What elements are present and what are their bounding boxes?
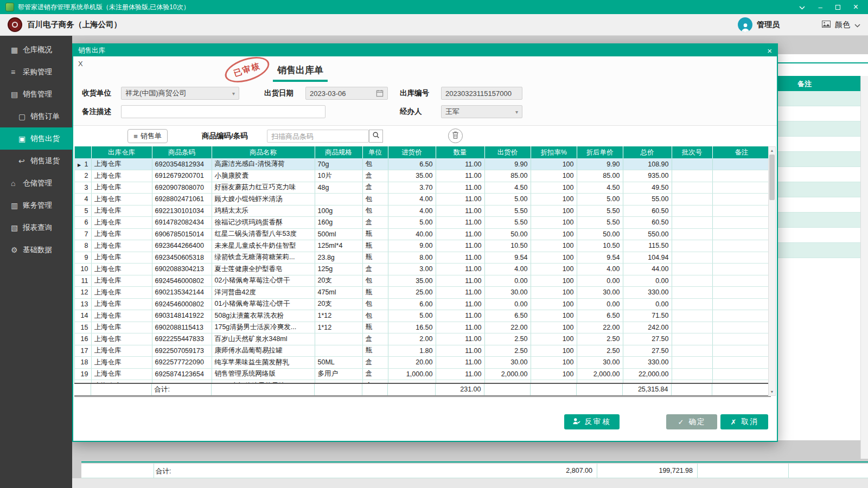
check-icon: ✓ xyxy=(678,418,685,426)
maximize-button[interactable] xyxy=(835,4,840,11)
search-button[interactable] xyxy=(369,130,383,143)
remark-field[interactable] xyxy=(121,105,326,118)
inner-close-button[interactable]: X xyxy=(78,60,83,68)
col-12[interactable]: 备注 xyxy=(712,146,770,158)
color-selector[interactable]: 颜色 xyxy=(835,20,850,30)
dialog-titlebar: 销售出库 × xyxy=(73,44,777,56)
table-row[interactable]: 6上海仓库6914782082434徐福记沙琪玛鸡蛋香酥160g盒5.0011.… xyxy=(75,217,770,229)
table-row[interactable]: 10上海仓库6902088304213夏士莲健康全护型香皂125g盒3.0011… xyxy=(75,264,770,275)
sidebar-item-base-data[interactable]: ⚙基础数据 xyxy=(0,239,72,261)
scan-input[interactable] xyxy=(271,132,365,140)
col-2[interactable]: 商品名称 xyxy=(212,146,315,158)
ship-date-field[interactable]: 2023-03-06 xyxy=(305,87,388,100)
user-avatar[interactable] xyxy=(738,17,752,32)
col-7[interactable]: 出货价 xyxy=(484,146,531,158)
remark-label: 备注描述 xyxy=(82,105,111,118)
table-row[interactable]: 12上海仓库6902135342144洋河普曲42度475ml瓶25.0011.… xyxy=(75,287,770,299)
warehouse-overview-icon: ▦ xyxy=(11,46,23,54)
confirm-button[interactable]: ✓ 确定 xyxy=(666,414,717,429)
table-row[interactable]: 3上海仓库6920907808070好丽友蘑菇力红豆巧克力味48g盒3.7011… xyxy=(75,182,770,194)
col-1[interactable]: 商品条码 xyxy=(152,146,212,158)
table-row[interactable]: 9上海仓库6923450605318绿箭铁盒无糖薄荷糖茉莉...23.8g瓶8.… xyxy=(75,252,770,264)
sidebar-item-purchase-mgmt[interactable]: ≡采购管理 xyxy=(0,61,72,83)
app-logo-icon xyxy=(5,3,14,11)
sidebar: ▦仓库概况≡采购管理▤销售管理▢销售订单▣销售出货↩销售退货⌂仓储管理▥账务管理… xyxy=(0,36,72,488)
remark-input[interactable] xyxy=(125,108,321,116)
sidebar-item-sales-return[interactable]: ↩销售退货 xyxy=(0,150,72,172)
table-row[interactable]: 2上海仓库6912679200701小脑康胶囊10片盒35.0011.0085.… xyxy=(75,170,770,182)
table-total-row: 合计: 231.00 25,315.84 xyxy=(74,383,770,397)
col-5[interactable]: 进货价 xyxy=(388,146,436,158)
receiver-select[interactable]: 祥龙(中国)商贸公司 ▾ xyxy=(121,87,239,100)
background-scrollbar[interactable] xyxy=(860,76,868,459)
table-row[interactable]: 18上海仓库6922577722090纯享苹果味益生菌发酵乳50ML盒20.00… xyxy=(75,357,770,369)
background-note-column-header: 备注 xyxy=(797,79,812,89)
table-row[interactable]: 5上海仓库6922130101034鸡精太太乐100g包4.0011.005.5… xyxy=(75,205,770,217)
sales-order-button[interactable]: ≡ 销售单 xyxy=(127,129,168,143)
close-button[interactable]: × xyxy=(853,3,858,11)
handler-chevron-down-icon: ▾ xyxy=(515,109,518,115)
col-9[interactable]: 折后单价 xyxy=(577,146,623,158)
table-row[interactable]: 17上海仓库6922507059173康师傅水晶葡萄易拉罐瓶1.8011.002… xyxy=(75,345,770,357)
sidebar-item-sales-shipment[interactable]: ▣销售出货 xyxy=(0,127,72,150)
search-icon xyxy=(372,131,380,141)
table-row[interactable]: 11上海仓库692454600080202小猪佩奇草莓注心饼干20支包35.00… xyxy=(75,275,770,287)
scan-field xyxy=(267,130,369,143)
storage-mgmt-icon: ⌂ xyxy=(11,179,23,188)
sales-return-icon: ↩ xyxy=(18,157,30,165)
col-6[interactable]: 数量 xyxy=(436,146,484,158)
scroll-down-icon[interactable]: ▼ xyxy=(769,388,775,395)
col-8[interactable]: 折扣率% xyxy=(531,146,577,158)
table-row[interactable]: 4上海仓库6928802471061顾大嫂小馄饨虾米清汤包4.0011.005.… xyxy=(75,194,770,206)
total-label: 合计: xyxy=(151,383,211,396)
table-row[interactable]: 19上海仓库6925874123654销售管理系统网络版多用户盒1,000.00… xyxy=(75,368,770,380)
base-data-icon: ⚙ xyxy=(11,246,23,254)
sidebar-item-storage-mgmt[interactable]: ⌂仓储管理 xyxy=(0,172,72,194)
sidebar-item-report-query[interactable]: ▧报表查询 xyxy=(0,216,72,239)
handler-select[interactable]: 王军 ▾ xyxy=(441,105,522,118)
purchase-mgmt-icon: ≡ xyxy=(11,68,23,76)
table-row[interactable]: ▶1上海仓库6920354812934高露洁光感白-清悦薄荷70g包6.5011… xyxy=(75,158,770,170)
table-row[interactable]: 8上海仓库6923644266400未来星儿童成长牛奶佳智型125ml*4瓶9.… xyxy=(75,240,770,252)
sidebar-item-account-mgmt[interactable]: ▥账务管理 xyxy=(0,194,72,216)
sidebar-item-warehouse-overview[interactable]: ▦仓库概况 xyxy=(0,38,72,61)
company-logo-icon xyxy=(8,17,22,32)
total-qty: 231.00 xyxy=(435,383,484,396)
trash-icon xyxy=(452,131,459,141)
table-row[interactable]: 16上海仓库6922255447833百岁山天然矿泉水348ml盒2.0011.… xyxy=(75,333,770,345)
outbound-no-field[interactable]: 20230323115157000 xyxy=(441,87,522,100)
image-icon xyxy=(822,20,831,30)
table-scrollbar[interactable]: ▲ ▼ xyxy=(768,146,776,396)
titlebar: 帮管家进销存管理系统单机版（未注册体验版,已体验10次） – × xyxy=(0,0,868,14)
calendar-icon[interactable] xyxy=(376,89,384,97)
account-mgmt-icon: ▥ xyxy=(11,201,23,210)
chevron-down-icon[interactable] xyxy=(799,4,805,11)
outbound-no-label: 出库编号 xyxy=(400,87,429,100)
table-row[interactable]: 15上海仓库6902088115413175g清扬男士活炭冷爽发...1*12瓶… xyxy=(75,322,770,333)
col-0[interactable]: 出库仓库 xyxy=(91,146,152,158)
user-name[interactable]: 管理员 xyxy=(757,20,780,30)
handler-label: 经办人 xyxy=(400,105,422,118)
col-3[interactable]: 商品规格 xyxy=(315,146,362,158)
receiver-chevron-down-icon: ▾ xyxy=(232,91,235,97)
cancel-button[interactable]: ✗ 取消 xyxy=(720,414,768,429)
col-11[interactable]: 批次号 xyxy=(672,146,712,158)
report-query-icon: ▧ xyxy=(11,223,23,232)
table-row[interactable]: 7上海仓库6906785015014红星二锅头清香型八年53度500ml瓶40.… xyxy=(75,228,770,240)
sidebar-item-sales-mgmt[interactable]: ▤销售管理 xyxy=(0,83,72,105)
scrollbar-thumb[interactable] xyxy=(769,155,775,200)
table-row[interactable]: 14上海仓库6903148141922508g汰渍薰衣草洗衣粉1*12包5.00… xyxy=(75,310,770,322)
col-index xyxy=(75,146,91,158)
col-4[interactable]: 单位 xyxy=(362,146,388,158)
minimize-button[interactable]: – xyxy=(818,4,822,11)
sidebar-item-sales-order[interactable]: ▢销售订单 xyxy=(0,105,72,127)
background-total-row: 合计: 2,807.00 199,721.98 xyxy=(81,464,868,478)
sales-order-icon: ▢ xyxy=(18,112,30,121)
table-row[interactable]: 13上海仓库692454600080201小猪佩奇草莓注心饼干20支包6.001… xyxy=(75,298,770,310)
dialog-close-icon[interactable]: × xyxy=(767,47,772,55)
delete-button[interactable] xyxy=(448,129,463,143)
col-10[interactable]: 总价 xyxy=(623,146,672,158)
unaudit-button[interactable]: 反审核 xyxy=(564,414,620,429)
color-chevron-down-icon[interactable] xyxy=(854,20,860,30)
scroll-up-icon[interactable]: ▲ xyxy=(769,147,775,154)
